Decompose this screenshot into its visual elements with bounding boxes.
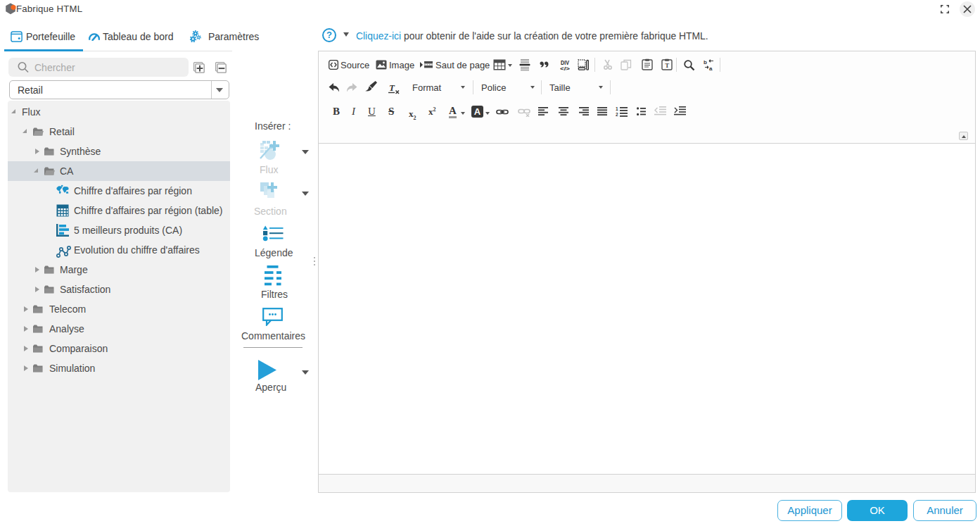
svg-text:b: b [704, 59, 707, 65]
svg-text:</>: </> [560, 65, 570, 71]
svg-text:1: 1 [616, 106, 618, 111]
svg-text:T: T [389, 82, 395, 93]
svg-text:T: T [665, 62, 669, 69]
svg-text:a: a [709, 65, 713, 72]
svg-text:2: 2 [616, 112, 618, 117]
